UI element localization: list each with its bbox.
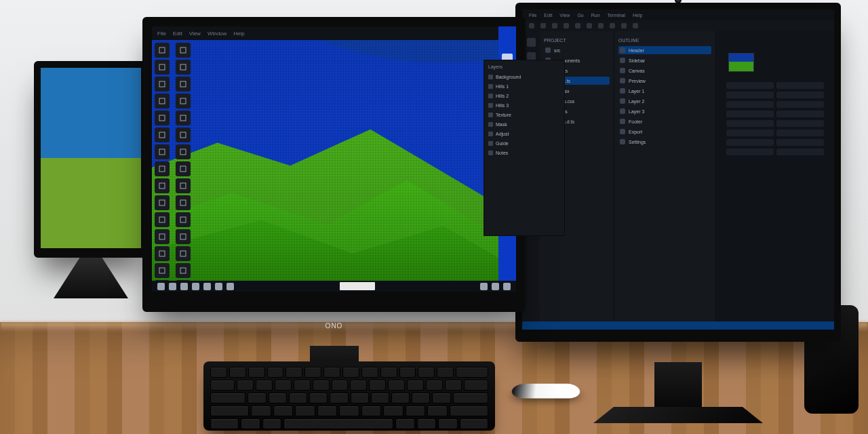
menu-item-view[interactable]: View — [189, 31, 201, 37]
property-cell[interactable] — [726, 92, 774, 98]
property-cell[interactable] — [776, 82, 824, 89]
ide-status-bar[interactable] — [522, 321, 834, 330]
ide-window[interactable]: FileEditViewGoRunTerminalHelp Projectsrc… — [522, 9, 834, 330]
path-tool-icon[interactable] — [155, 178, 170, 193]
layer-row[interactable]: Hills 3 — [488, 102, 560, 109]
ide-menubar[interactable]: FileEditViewGoRunTerminalHelp — [522, 9, 834, 20]
tree-item[interactable]: Export — [618, 127, 711, 136]
property-cell[interactable] — [776, 139, 824, 146]
layer-row[interactable]: Hills 2 — [488, 92, 560, 100]
smudge-tool-icon[interactable] — [155, 229, 170, 244]
tray-vol-icon[interactable] — [492, 283, 499, 290]
tray-clock-icon[interactable] — [503, 283, 511, 290]
hand-tool-icon[interactable] — [176, 127, 191, 142]
ide-menu-terminal[interactable]: Terminal — [608, 13, 625, 18]
image-thumbnail[interactable] — [728, 53, 754, 72]
property-cell[interactable] — [726, 120, 774, 127]
fill-tool-icon[interactable] — [176, 94, 191, 108]
tray-net-icon[interactable] — [480, 283, 488, 290]
menu-item-help[interactable]: Help — [233, 31, 244, 37]
tree-item[interactable]: Footer — [618, 117, 711, 125]
property-cell[interactable] — [726, 149, 774, 155]
zoom-tool-icon[interactable] — [155, 144, 170, 159]
text-tool-icon[interactable] — [176, 111, 191, 125]
layer-row[interactable]: Mask — [488, 121, 560, 128]
ide-toolbar-icon[interactable] — [610, 23, 615, 28]
crop-tool-icon[interactable] — [176, 60, 191, 75]
burn-tool-icon[interactable] — [176, 195, 191, 210]
ide-menu-view[interactable]: View — [559, 13, 570, 18]
layer-row[interactable]: Guide — [488, 140, 560, 147]
ide-menu-run[interactable]: Run — [591, 13, 600, 18]
tree-item[interactable]: Settings — [618, 138, 711, 146]
property-cell[interactable] — [726, 82, 774, 89]
ide-properties-grid[interactable] — [726, 82, 824, 155]
tree-item[interactable]: Header — [618, 46, 711, 54]
property-cell[interactable] — [776, 92, 824, 98]
ide-editor-area[interactable] — [716, 31, 834, 321]
floating-layers-panel[interactable]: Layers BackgroundHills 1Hills 2Hills 3Te… — [484, 60, 565, 236]
ide-toolbar-icon[interactable] — [575, 23, 580, 28]
toolbox[interactable] — [155, 43, 194, 295]
property-cell[interactable] — [726, 130, 774, 136]
eraser-tool-icon[interactable] — [155, 94, 170, 108]
taskbar-tasks-icon[interactable] — [180, 283, 188, 290]
ide-menu-edit[interactable]: Edit — [544, 13, 552, 18]
move-tool-icon[interactable] — [155, 43, 170, 58]
layer-row[interactable]: Adjust — [488, 130, 560, 138]
taskbar-start-icon[interactable] — [157, 283, 165, 290]
menu-item-window[interactable]: Window — [208, 31, 226, 37]
ide-toolbar-icon[interactable] — [540, 23, 546, 28]
taskbar-search-icon[interactable] — [169, 283, 176, 290]
taskbar-edge-icon[interactable] — [226, 283, 234, 290]
sharpen-tool-icon[interactable] — [176, 212, 191, 227]
ide-toolbar[interactable] — [522, 20, 834, 31]
tree-item[interactable]: src — [544, 46, 610, 54]
menu-item-edit[interactable]: Edit — [173, 31, 182, 37]
ide-menu-help[interactable]: Help — [633, 13, 642, 18]
property-cell[interactable] — [776, 120, 824, 127]
select-tool-icon[interactable] — [176, 43, 191, 58]
brush-tool-icon[interactable] — [176, 77, 191, 92]
property-cell[interactable] — [776, 149, 824, 155]
ide-toolbar-icon[interactable] — [529, 23, 534, 28]
taskbar-window-cluster[interactable] — [340, 282, 375, 290]
pen-tool-icon[interactable] — [176, 161, 191, 176]
menu-item-file[interactable]: File — [157, 31, 166, 37]
tree-item[interactable]: Sidebar — [618, 56, 711, 64]
property-cell[interactable] — [726, 139, 774, 146]
swap-tool-icon[interactable] — [176, 229, 191, 244]
blur-tool-icon[interactable] — [155, 212, 170, 227]
rect-tool-icon[interactable] — [155, 263, 170, 278]
taskbar[interactable] — [152, 281, 516, 292]
layer-row[interactable]: Texture — [488, 111, 560, 119]
ellipse-tool-icon[interactable] — [176, 263, 191, 278]
ide-toolbar-icon[interactable] — [633, 23, 638, 28]
tree-item[interactable]: Layer 2 — [618, 97, 711, 105]
grad-tool-icon[interactable] — [155, 111, 170, 125]
taskbar-store-icon[interactable] — [203, 283, 211, 290]
dodge-tool-icon[interactable] — [155, 195, 170, 210]
activity-files-icon[interactable] — [527, 38, 536, 47]
ide-outline-panel[interactable]: OutlineHeaderSidebarCanvasPreviewLayer 1… — [614, 31, 716, 321]
layer-row[interactable]: Hills 1 — [488, 83, 560, 90]
ide-menu-file[interactable]: File — [529, 13, 536, 18]
heal-tool-icon[interactable] — [155, 161, 170, 176]
bg-tool-icon[interactable] — [176, 246, 191, 261]
fg-tool-icon[interactable] — [155, 246, 170, 261]
layer-row[interactable]: Background — [488, 73, 560, 81]
ide-toolbar-icon[interactable] — [552, 23, 557, 28]
taskbar-explorer-icon[interactable] — [192, 283, 199, 290]
property-cell[interactable] — [726, 101, 774, 108]
ide-toolbar-icon[interactable] — [621, 23, 627, 28]
shape-tool-icon[interactable] — [155, 127, 170, 142]
tree-item[interactable]: Preview — [618, 77, 711, 85]
ide-toolbar-icon[interactable] — [587, 23, 592, 28]
app-menubar[interactable]: FileEditViewWindowHelp — [152, 26, 516, 40]
lasso-tool-icon[interactable] — [155, 60, 170, 75]
ide-toolbar-icon[interactable] — [564, 23, 569, 28]
property-cell[interactable] — [776, 111, 824, 117]
eyedrop-tool-icon[interactable] — [155, 77, 170, 92]
clone-tool-icon[interactable] — [176, 144, 191, 159]
tree-item[interactable]: Layer 3 — [618, 107, 711, 115]
